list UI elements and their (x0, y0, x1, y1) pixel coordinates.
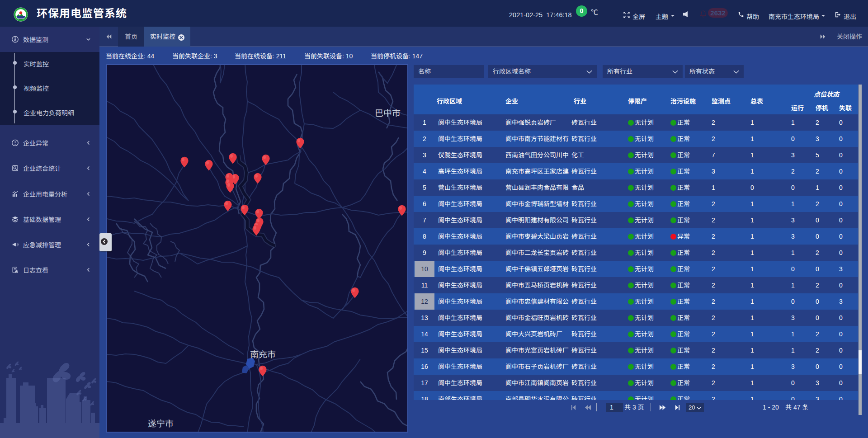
svg-text:遂宁市: 遂宁市 (148, 417, 174, 429)
svg-text:巴中市: 巴中市 (375, 106, 401, 118)
svg-text:南充市: 南充市 (250, 348, 276, 360)
